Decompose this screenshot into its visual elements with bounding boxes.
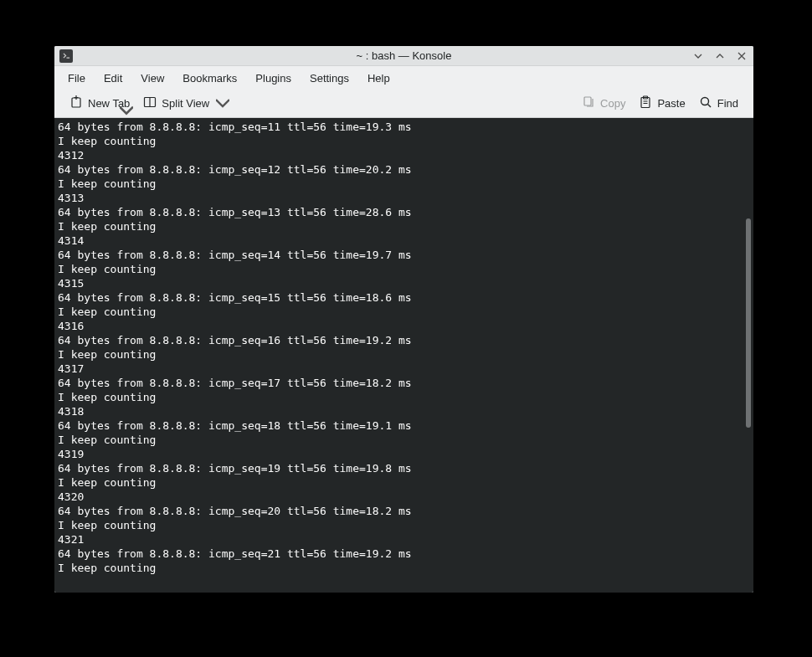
chevron-down-icon[interactable]: [216, 97, 229, 110]
menu-edit[interactable]: Edit: [95, 69, 131, 88]
menubar: File Edit View Bookmarks Plugins Setting…: [54, 66, 753, 90]
svg-rect-6: [584, 97, 591, 105]
menu-view[interactable]: View: [132, 69, 172, 88]
minimize-button[interactable]: [691, 49, 705, 63]
app-icon: [59, 49, 73, 63]
paste-icon: [639, 95, 652, 111]
search-icon: [699, 95, 712, 111]
toolbar: New Tab Split View Copy: [54, 90, 753, 118]
scrollbar-track[interactable]: [744, 118, 751, 593]
new-tab-button[interactable]: New Tab: [63, 92, 136, 115]
window-title: ~ : bash — Konsole: [54, 49, 753, 62]
find-label: Find: [717, 97, 738, 110]
menu-help[interactable]: Help: [359, 69, 398, 88]
split-view-label: Split View: [162, 97, 209, 110]
titlebar: ~ : bash — Konsole: [54, 46, 753, 66]
split-view-icon: [143, 95, 157, 111]
svg-point-11: [701, 98, 708, 105]
paste-button[interactable]: Paste: [632, 92, 691, 115]
copy-label: Copy: [600, 97, 625, 110]
copy-icon: [582, 95, 595, 111]
terminal-output[interactable]: 64 bytes from 8.8.8.8: icmp_seq=11 ttl=5…: [54, 118, 742, 593]
window-controls: [691, 49, 748, 63]
close-button[interactable]: [735, 49, 748, 63]
svg-line-12: [707, 105, 711, 108]
chevron-down-icon[interactable]: [120, 105, 133, 118]
new-tab-icon: [69, 95, 83, 111]
menu-file[interactable]: File: [59, 69, 94, 88]
maximize-button[interactable]: [713, 49, 727, 63]
split-view-button[interactable]: Split View: [136, 92, 236, 115]
find-button[interactable]: Find: [692, 92, 745, 115]
scrollbar-thumb[interactable]: [746, 218, 751, 428]
terminal-area[interactable]: 64 bytes from 8.8.8.8: icmp_seq=11 ttl=5…: [54, 118, 753, 593]
copy-button[interactable]: Copy: [575, 92, 632, 115]
paste-label: Paste: [657, 97, 685, 110]
menu-bookmarks[interactable]: Bookmarks: [174, 69, 245, 88]
konsole-window: ~ : bash — Konsole File Edit View Bookma…: [54, 46, 753, 593]
menu-settings[interactable]: Settings: [301, 69, 357, 88]
menu-plugins[interactable]: Plugins: [247, 69, 300, 88]
